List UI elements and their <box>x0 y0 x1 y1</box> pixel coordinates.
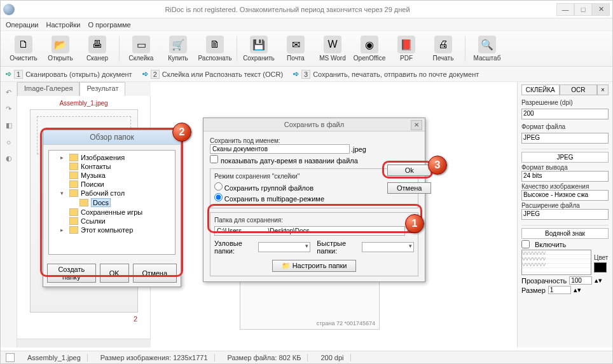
glue-icon: ▭ <box>132 36 150 53</box>
mail-icon: ✉ <box>287 36 305 53</box>
fast-folders-combo[interactable] <box>362 242 414 252</box>
rtab-close[interactable]: × <box>597 84 609 95</box>
preview-footer: страна 72 *001745674 <box>317 320 375 327</box>
configure-folders-button[interactable]: 📁 Настроить папки <box>272 260 357 272</box>
tab-result[interactable]: Результат <box>79 82 125 96</box>
show-date-checkbox[interactable] <box>210 155 218 163</box>
tb-buy[interactable]: 🛒Купить <box>160 33 196 65</box>
output-select[interactable]: 24 bits <box>521 171 609 182</box>
tb-print[interactable]: 🖨Печать <box>425 33 461 65</box>
save-icon: 💾 <box>250 36 268 53</box>
folder-icon <box>69 163 78 170</box>
tb-ocr[interactable]: 🗎Распознать <box>197 33 233 65</box>
thumbnail-scrollbar[interactable] <box>17 339 151 347</box>
print-icon: 🖨 <box>434 36 452 53</box>
node-folders-combo[interactable] <box>258 242 310 252</box>
mode-group-radio[interactable] <box>214 182 223 191</box>
status-filename: Assembly_1.jpeg <box>21 354 88 361</box>
tb-mail[interactable]: ✉Почта <box>278 33 313 65</box>
menu-operations[interactable]: Операции <box>6 21 38 29</box>
tb-openoffice[interactable]: ◉OpenOffice <box>352 33 387 65</box>
minimize-button[interactable]: — <box>556 3 574 16</box>
left-tool-strip: ↶ ↷ ◧ ☼ ◐ <box>1 82 17 347</box>
rotate-right-icon[interactable]: ↷ <box>4 104 14 114</box>
openoffice-icon: ◉ <box>361 36 378 53</box>
pdf-icon: 📕 <box>397 36 415 53</box>
menu-settings[interactable]: Настройки <box>46 21 80 29</box>
dpi-select[interactable]: 200 <box>521 109 609 119</box>
marker-1: 1 <box>405 214 424 233</box>
rotate-left-icon[interactable]: ↶ <box>4 87 14 97</box>
format-select[interactable]: JPEG <box>521 133 609 144</box>
browse-ok-button[interactable]: OK <box>100 264 129 283</box>
opacity-spinner[interactable] <box>569 276 592 285</box>
marker-2: 2 <box>172 123 191 142</box>
folder-icon <box>69 154 78 161</box>
rtab-glue[interactable]: СКЛЕЙКА <box>521 84 560 95</box>
browse-cancel-button[interactable]: Отмена <box>133 264 177 283</box>
brightness-icon[interactable]: ☼ <box>4 137 14 147</box>
crop-icon[interactable]: ◧ <box>4 120 14 130</box>
folder-icon <box>69 189 78 197</box>
save-dialog-title: Сохранить в файл ✕ <box>203 118 425 131</box>
tab-gallery[interactable]: Image-Галерея <box>17 82 79 96</box>
right-panel: СКЛЕЙКА OCR × Разрешение (dpi) 200 Форма… <box>517 82 612 347</box>
folder-tree[interactable]: ▸Изображения Контакты Музыка Поиски ▾Раб… <box>48 150 176 255</box>
save-ok-button[interactable]: Ok <box>387 165 431 176</box>
save-folder-input[interactable] <box>214 226 405 236</box>
watermark-pattern[interactable]: VVVVVVVVVVVVVVVVVVVVV <box>521 250 591 275</box>
browse-folder-dialog: Обзор папок ▸Изображения Контакты Музыка… <box>43 130 181 287</box>
folder-icon <box>69 226 78 234</box>
tb-zoom[interactable]: 🔍Масштаб <box>469 33 505 65</box>
window-titlebar: RiDoc is not registered. Ознакомительный… <box>1 1 612 18</box>
word-icon: W <box>324 36 341 53</box>
status-dpi: 200 dpi <box>314 354 350 361</box>
save-dialog-close[interactable]: ✕ <box>411 120 422 130</box>
tb-clear[interactable]: 🗋Очистить <box>6 33 41 65</box>
save-dialog: Сохранить в файл ✕ Сохранить под именем:… <box>203 118 425 282</box>
save-cancel-button[interactable]: Отмена <box>387 182 431 194</box>
buy-icon: 🛒 <box>169 36 187 53</box>
marker-3: 3 <box>428 156 447 175</box>
open-icon: 📂 <box>52 36 69 53</box>
browse-dialog-title: Обзор папок <box>43 130 181 145</box>
grayscale-icon[interactable]: ◐ <box>4 153 14 163</box>
clear-icon: 🗋 <box>15 36 32 53</box>
app-logo-icon <box>3 4 15 15</box>
tb-glue[interactable]: ▭Склейка <box>123 33 159 65</box>
folder-icon <box>79 199 88 206</box>
tb-save[interactable]: 💾Сохранить <box>241 33 277 65</box>
status-page-icon <box>6 353 15 362</box>
size-spinner[interactable] <box>548 286 571 294</box>
scanner-icon: 🖶 <box>88 36 106 53</box>
tb-scanner[interactable]: 🖶Сканер <box>79 33 115 65</box>
tb-pdf[interactable]: 📕PDF <box>389 33 424 65</box>
folder-icon <box>69 180 78 188</box>
thumbnail-filename: Assembly_1.jpeg <box>21 100 146 107</box>
folder-icon <box>69 208 78 216</box>
tb-word[interactable]: WMS Word <box>315 33 350 65</box>
step-bar: ➪1Сканировать (открыть) документ ➪2Склей… <box>1 67 612 82</box>
folder-icon <box>69 172 78 179</box>
menu-about[interactable]: О программе <box>88 21 130 29</box>
rtab-jpeg[interactable]: JPEG <box>521 152 609 163</box>
watermark-enable-checkbox[interactable] <box>521 240 530 248</box>
tb-open[interactable]: 📂Открыть <box>43 33 78 65</box>
zoom-icon: 🔍 <box>478 36 496 53</box>
quality-select[interactable]: Высокое - Низкое сжа <box>521 190 609 201</box>
status-bar: Assembly_1.jpeg Размер изображения: 1235… <box>1 351 612 363</box>
menubar: Операции Настройки О программе <box>1 18 612 31</box>
watermark-color-button[interactable] <box>594 262 607 273</box>
ext-select[interactable]: JPEG <box>521 209 609 220</box>
save-folder-fieldset: Папка для сохранения: ··· Узловые папки:… <box>210 212 418 276</box>
tree-item-docs[interactable]: Docs <box>52 198 172 208</box>
ocr-icon: 🗎 <box>206 36 224 53</box>
new-folder-button[interactable]: Создать папку <box>47 264 96 283</box>
rtab-watermark[interactable]: Водяной знак <box>521 228 609 239</box>
folder-icon <box>69 217 78 225</box>
close-button[interactable]: ✕ <box>592 3 610 16</box>
rtab-ocr[interactable]: OCR <box>560 84 598 95</box>
save-filename-input[interactable] <box>210 144 350 154</box>
maximize-button[interactable]: □ <box>574 3 592 16</box>
mode-multipage-radio[interactable] <box>214 193 223 201</box>
